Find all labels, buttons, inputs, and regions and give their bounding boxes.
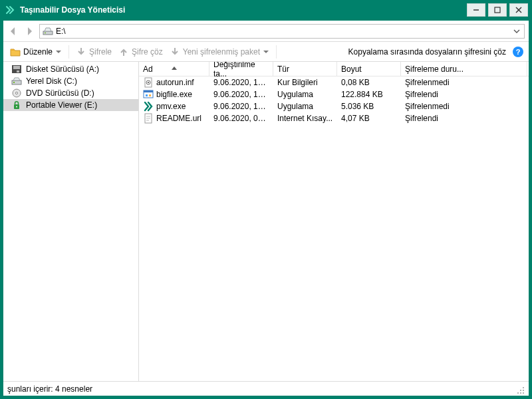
cell-enc: Şifrelenmedi	[401, 102, 527, 111]
cd-icon	[11, 88, 22, 98]
drive-icon	[43, 26, 53, 37]
close-button[interactable]	[509, 3, 528, 17]
sidebar-item[interactable]: Portable Viewer (E:)	[3, 99, 138, 111]
decrypt-button[interactable]: Şifre çöz	[117, 45, 164, 59]
column-label: Tür	[277, 65, 289, 74]
svg-point-28	[523, 390, 524, 391]
table-row[interactable]: bigfile.exe9.06.2020, 11:1...Uygulama122…	[139, 88, 529, 100]
column-label: Şifreleme duru...	[405, 65, 464, 74]
table-row[interactable]: pmv.exe9.06.2020, 11:1...Uygulama5.036 K…	[139, 100, 529, 112]
kexe-file-icon	[143, 101, 154, 112]
sidebar-item-label: Portable Viewer (E:)	[26, 100, 97, 110]
inf-file-icon	[143, 77, 154, 88]
cell-type: Uygulama	[273, 102, 337, 111]
folder-icon	[10, 47, 21, 57]
column-label: Boyut	[341, 65, 362, 74]
lock-down-icon	[76, 47, 86, 57]
exe-file-icon	[143, 89, 154, 100]
file-pane: AdDeğiştirilme ta...TürBoyutŞifreleme du…	[139, 62, 529, 381]
new-package-label: Yeni şifrelenmiş paket	[183, 47, 260, 57]
resize-grip-icon[interactable]	[514, 384, 525, 394]
cell-name: autorun.inf	[139, 77, 209, 88]
file-name: README.url	[156, 114, 201, 123]
svg-rect-8	[17, 70, 19, 72]
cell-name: README.url	[139, 113, 209, 124]
svg-rect-5	[45, 33, 46, 33]
organize-label: Düzenle	[23, 47, 53, 57]
column-header[interactable]: Değiştirilme ta...	[209, 62, 273, 76]
help-icon[interactable]: ?	[513, 47, 523, 57]
chevron-down-icon	[263, 49, 269, 55]
cell-enc: Şifrelendi	[401, 114, 527, 123]
minimize-button[interactable]	[467, 3, 485, 17]
svg-rect-10	[13, 82, 15, 83]
column-header[interactable]: Tür	[273, 62, 337, 76]
cell-type: Uygulama	[273, 90, 337, 99]
sidebar-item-label: DVD Sürücüsü (D:)	[26, 88, 94, 98]
sidebar-item[interactable]: Disket Sürücüsü (A:)	[3, 63, 138, 75]
cell-date: 9.06.2020, 11:1...	[209, 90, 273, 99]
cell-type: Internet Kısay...	[273, 114, 337, 123]
app-window: Taşınabilir Dosya Yöneticisi E:\	[0, 0, 532, 399]
table-row[interactable]: autorun.inf9.06.2020, 11:1...Kur Bilgile…	[139, 76, 529, 88]
nav-bar: E:\	[3, 21, 529, 42]
svg-rect-19	[144, 90, 153, 92]
titlebar: Taşınabilir Dosya Yöneticisi	[0, 0, 532, 20]
svg-point-14	[16, 106, 17, 108]
svg-point-31	[523, 392, 524, 394]
address-dropdown-icon[interactable]	[512, 27, 521, 36]
window-title: Taşınabilir Dosya Yöneticisi	[20, 5, 467, 15]
maximize-button[interactable]	[488, 3, 507, 17]
lock-drive-icon	[11, 100, 22, 110]
address-bar[interactable]: E:\	[39, 24, 525, 39]
content-area: E:\ Düzenle Şifrele Şifre çöz	[3, 20, 529, 396]
floppy-icon	[11, 65, 22, 74]
encrypt-label: Şifrele	[89, 47, 112, 57]
column-label: Değiştirilme ta...	[213, 62, 269, 78]
svg-rect-20	[146, 94, 148, 96]
column-header[interactable]: Şifreleme duru...	[401, 62, 527, 76]
cell-name: pmv.exe	[139, 101, 209, 112]
table-row[interactable]: README.url9.06.2020, 04:2...Internet Kıs…	[139, 112, 529, 124]
inner-frame: E:\ Düzenle Şifrele Şifre çöz	[0, 20, 532, 399]
organize-button[interactable]: Düzenle	[9, 45, 63, 59]
svg-point-26	[523, 387, 524, 388]
cell-date: 9.06.2020, 11:1...	[209, 78, 273, 87]
chevron-down-icon	[55, 49, 62, 55]
svg-point-30	[520, 392, 521, 394]
sidebar-item[interactable]: Yerel Disk (C:)	[3, 75, 138, 87]
separator	[276, 45, 277, 59]
lock-up-icon	[118, 47, 129, 57]
window-controls	[467, 3, 528, 17]
svg-point-27	[520, 390, 521, 391]
column-label: Ad	[143, 65, 153, 74]
cell-size: 4,07 KB	[337, 114, 401, 123]
cell-enc: Şifrelenmedi	[401, 78, 527, 87]
decrypt-label: Şifre çöz	[132, 47, 163, 57]
sidebar-item-label: Yerel Disk (C:)	[26, 76, 77, 86]
sidebar-item-label: Disket Sürücüsü (A:)	[26, 65, 99, 74]
file-list: autorun.inf9.06.2020, 11:1...Kur Bilgile…	[139, 76, 529, 381]
package-icon	[170, 47, 180, 57]
forward-button[interactable]	[23, 25, 35, 37]
sort-asc-icon	[172, 63, 177, 72]
toolbar: Düzenle Şifrele Şifre çöz Yeni şifrelenm…	[3, 42, 529, 62]
encrypt-button[interactable]: Şifrele	[74, 45, 113, 59]
svg-point-12	[15, 92, 17, 94]
decrypt-on-copy-label[interactable]: Kopyalama sırasında dosyaların şifresini…	[346, 47, 509, 57]
back-button[interactable]	[7, 25, 19, 37]
cell-enc: Şifrelendi	[401, 90, 527, 99]
address-text: E:\	[56, 27, 512, 36]
column-header[interactable]: Boyut	[337, 62, 401, 76]
new-package-button[interactable]: Yeni şifrelenmiş paket	[168, 45, 271, 59]
url-file-icon	[143, 113, 154, 124]
cell-name: bigfile.exe	[139, 89, 209, 100]
separator	[68, 45, 69, 59]
column-header[interactable]: Ad	[139, 62, 209, 76]
app-logo-icon	[5, 5, 15, 15]
svg-rect-21	[149, 94, 151, 96]
svg-rect-17	[148, 82, 149, 83]
svg-point-29	[517, 392, 519, 394]
sidebar-item[interactable]: DVD Sürücüsü (D:)	[3, 87, 138, 99]
file-name: autorun.inf	[156, 78, 194, 87]
